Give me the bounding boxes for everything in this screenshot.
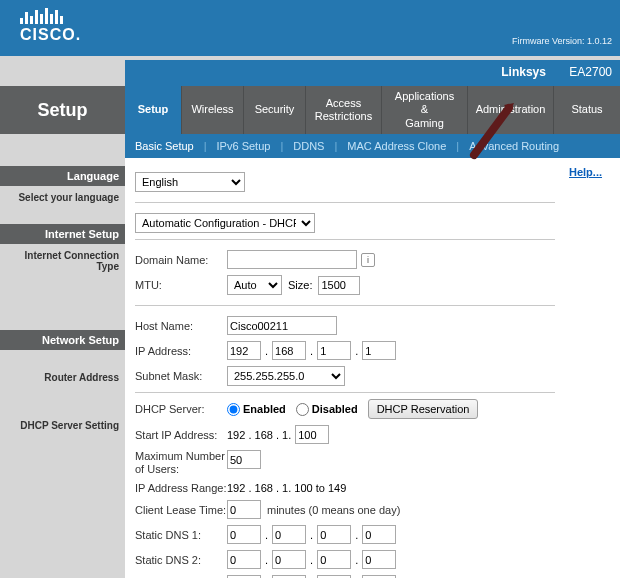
lease-label: Client Lease Time: xyxy=(135,504,227,516)
dns1-label: Static DNS 1: xyxy=(135,529,227,541)
side-internet-h: Internet Setup xyxy=(0,224,125,244)
help-link[interactable]: Help... xyxy=(569,166,602,178)
cisco-logo-icon xyxy=(20,6,81,24)
startip-input[interactable] xyxy=(295,425,329,444)
brand-text: CISCO. xyxy=(20,26,81,44)
range-value: 192 . 168 . 1. 100 to 149 xyxy=(227,482,346,494)
dns1-o4[interactable] xyxy=(362,525,396,544)
dhcp-reservation-button[interactable]: DHCP Reservation xyxy=(368,399,479,419)
subtab-ipv6-setup[interactable]: IPv6 Setup xyxy=(217,140,271,152)
content-area: Help... English Automatic Configuration … xyxy=(125,158,620,578)
model-brand: Linksys xyxy=(501,65,546,79)
tab-administration[interactable]: Administration xyxy=(467,86,553,134)
ip-octet-2[interactable] xyxy=(272,341,306,360)
info-icon[interactable]: i xyxy=(361,253,375,267)
domain-label: Domain Name: xyxy=(135,254,227,266)
model-number: EA2700 xyxy=(569,65,612,79)
dns2-o1[interactable] xyxy=(227,550,261,569)
sub-tabs: Basic Setup | IPv6 Setup | DDNS | MAC Ad… xyxy=(125,134,620,158)
side-language-s: Select your language xyxy=(0,186,125,212)
ip-octet-1[interactable] xyxy=(227,341,261,360)
cisco-logo: CISCO. xyxy=(20,6,81,44)
tab-security[interactable]: Security xyxy=(243,86,305,134)
mask-label: Subnet Mask: xyxy=(135,370,227,382)
dns1-o3[interactable] xyxy=(317,525,351,544)
dns2-o4[interactable] xyxy=(362,550,396,569)
range-label: IP Address Range: xyxy=(135,482,227,494)
page-title: Setup xyxy=(0,86,125,134)
model-bar: Linksys EA2700 xyxy=(125,60,620,86)
ip-octet-3[interactable] xyxy=(317,341,351,360)
side-internet-s: Internet Connection Type xyxy=(0,244,125,270)
firmware-version: Firmware Version: 1.0.12 xyxy=(512,36,612,46)
side-dhcp-s: DHCP Server Setting xyxy=(0,414,125,578)
tab-setup[interactable]: Setup xyxy=(125,86,181,134)
domain-input[interactable] xyxy=(227,250,357,269)
subtab-basic-setup[interactable]: Basic Setup xyxy=(135,140,194,152)
dns1-o1[interactable] xyxy=(227,525,261,544)
subtab-adv-routing[interactable]: Advanced Routing xyxy=(469,140,559,152)
host-input[interactable] xyxy=(227,316,337,335)
mask-select[interactable]: 255.255.255.0 xyxy=(227,366,345,386)
dns1-o2[interactable] xyxy=(272,525,306,544)
ip-label: IP Address: xyxy=(135,345,227,357)
lease-note: minutes (0 means one day) xyxy=(267,504,400,516)
maxusers-label: Maximum Number of Users: xyxy=(135,450,227,476)
dhcp-enabled-radio[interactable]: Enabled xyxy=(227,403,286,416)
side-router-s: Router Address xyxy=(0,366,125,414)
tab-wireless[interactable]: Wireless xyxy=(181,86,243,134)
subtab-ddns[interactable]: DDNS xyxy=(293,140,324,152)
ip-octet-4[interactable] xyxy=(362,341,396,360)
dns2-o2[interactable] xyxy=(272,550,306,569)
size-label: Size: xyxy=(288,279,312,291)
host-label: Host Name: xyxy=(135,320,227,332)
subtab-mac-clone[interactable]: MAC Address Clone xyxy=(347,140,446,152)
side-language-h: Language xyxy=(0,166,125,186)
dns2-o3[interactable] xyxy=(317,550,351,569)
startip-prefix: 192 . 168 . 1. xyxy=(227,429,291,441)
connection-type-select[interactable]: Automatic Configuration - DHCP xyxy=(135,213,315,233)
language-select[interactable]: English xyxy=(135,172,245,192)
dns2-label: Static DNS 2: xyxy=(135,554,227,566)
mtu-size-input[interactable] xyxy=(318,276,360,295)
dhcp-disabled-radio[interactable]: Disabled xyxy=(296,403,358,416)
header-bar: CISCO. Firmware Version: 1.0.12 xyxy=(0,0,620,56)
mtu-label: MTU: xyxy=(135,279,227,291)
side-network-h: Network Setup xyxy=(0,330,125,350)
tab-access-restrictions[interactable]: Access Restrictions xyxy=(305,86,381,134)
tab-status[interactable]: Status xyxy=(553,86,620,134)
startip-label: Start IP Address: xyxy=(135,429,227,441)
mtu-select[interactable]: Auto xyxy=(227,275,282,295)
tab-applications-gaming[interactable]: Applications & Gaming xyxy=(381,86,467,134)
main-tabs: Setup Wireless Security Access Restricti… xyxy=(125,86,620,134)
dhcp-label: DHCP Server: xyxy=(135,403,227,415)
lease-input[interactable] xyxy=(227,500,261,519)
sidebar: Language Select your language Internet S… xyxy=(0,158,125,578)
maxusers-input[interactable] xyxy=(227,450,261,469)
